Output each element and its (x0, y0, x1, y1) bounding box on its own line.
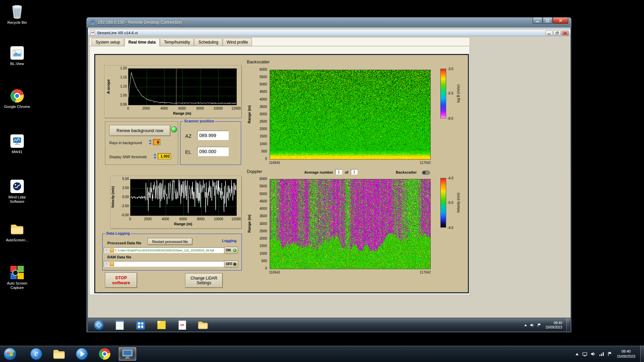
doppler-y-ticks: 6000550050004500400035003000250020001500… (252, 177, 267, 270)
desktop-icon-recycle-bin[interactable]: Recycle Bin (2, 4, 32, 25)
processed-path-field[interactable]: C C:\LidarA\Data\Proc\2023\202309\202309… (104, 247, 224, 253)
remote-explorer-icon[interactable] (195, 319, 211, 330)
data-logging-box: Data Logging Processed Data file Restart… (102, 234, 242, 270)
rdp-computer-icon (90, 20, 95, 25)
taskbar: e 08:40 15/09/2023 (0, 345, 644, 362)
remote-tray: 08:40 15/09/2023 (524, 318, 569, 331)
app-minimize-button[interactable] (545, 31, 553, 36)
tray-action-center-flag-icon[interactable] (607, 352, 612, 356)
scanner-position-box: Scanner position AZ 089.999 EL 090.000 (180, 121, 241, 165)
axis-tick-label: 4000 (157, 107, 171, 110)
hidden-icons-arrow[interactable] (575, 353, 579, 356)
average-number-label: Average number (304, 170, 333, 174)
axis-tick-label: 1500 (260, 244, 267, 248)
axis-tick-label: 2000 (141, 217, 155, 221)
backscatter-toggle-label: Backscatter (396, 170, 417, 174)
doppler-heatmap (270, 179, 431, 269)
change-lidar-settings-button[interactable]: Change LiDAR Settings (185, 273, 223, 288)
desktop-icon-mw41[interactable]: MW41 (2, 133, 32, 154)
desktop-icon-google-chrome[interactable]: Google Chrome (2, 88, 32, 109)
axis-tick-label: 2000 (260, 127, 267, 131)
tab-wind-profile[interactable]: Wind profile (223, 38, 252, 46)
processed-logging-toggle[interactable]: ON (224, 247, 238, 254)
el-value-field[interactable]: 090.000 (197, 147, 229, 156)
taskbar-clock-time: 08:40 (617, 349, 635, 354)
axis-tick-label: 3000 (260, 222, 267, 226)
tray-volume-icon[interactable] (591, 352, 596, 356)
remote-streamline-vi-icon[interactable]: XR (174, 319, 190, 330)
app-close-button[interactable] (561, 31, 569, 36)
show-desktop-button[interactable] (640, 346, 644, 362)
rdp-maximize-button[interactable] (543, 17, 552, 24)
taskbar-explorer-icon[interactable] (50, 347, 68, 361)
renew-background-button[interactable]: Renew background now (109, 125, 170, 136)
taskbar-chrome-icon[interactable] (96, 347, 113, 361)
taskbar-clock[interactable]: 08:40 15/09/2023 (617, 349, 635, 359)
axis-tick-label: 1.10 (120, 85, 127, 88)
remote-show-desktop-button[interactable] (566, 318, 569, 331)
velocity-x-ticks: 020004000600080001000012000 (123, 217, 243, 221)
backscatter-doppler-toggle[interactable] (422, 171, 430, 175)
snr-threshold-label: Display SNR threshold (109, 155, 147, 159)
rdp-titlebar[interactable]: 192.168.0.150 - Remote Desktop Connectio… (87, 17, 571, 27)
remote-sticky-notes-icon[interactable] (154, 319, 169, 330)
desktop-icon-wind-lidar[interactable]: Wind Lidar Software (2, 179, 32, 204)
taskbar-wmp-icon[interactable] (73, 347, 91, 361)
taskbar-rdp-icon[interactable] (119, 347, 136, 361)
on-label: ON (226, 248, 231, 252)
browse-folder-icon[interactable] (110, 248, 114, 252)
remote-app-grid-icon[interactable] (133, 319, 148, 330)
rays-in-background-label: Rays in background (109, 141, 142, 145)
rays-spinner[interactable] (149, 139, 152, 145)
tab-system-setup[interactable]: System setup (92, 38, 124, 46)
tray-display-icon[interactable] (582, 352, 588, 357)
rdp-close-button[interactable] (553, 17, 568, 24)
drive-badge: C (105, 248, 109, 252)
app-titlebar[interactable]: XR StreamLine XR v14-6.vi (88, 29, 571, 36)
taskbar-ie-icon[interactable]: e (28, 347, 45, 361)
browse-folder-icon[interactable] (110, 262, 114, 266)
axis-tick-label: 0.00 (122, 195, 129, 199)
stop-software-button[interactable]: STOP software (105, 273, 137, 288)
axis-tick-label: 6000 (175, 107, 189, 110)
axis-tick-label: 0 (265, 267, 267, 270)
rays-value-box[interactable]: 8 (153, 139, 160, 145)
rdp-minimize-button[interactable] (533, 17, 542, 24)
average-total-field[interactable]: 1 (351, 169, 358, 175)
axis-tick-label: -2.50 (121, 204, 129, 208)
raw-path-field[interactable]: C (104, 261, 224, 267)
app-restore-button[interactable] (553, 31, 561, 36)
desktop-icon-autoscreen[interactable]: AutoScreen... (2, 222, 32, 242)
tab-page: System setup Real time data Temp/humidit… (89, 37, 470, 295)
desktop-icon-auto-screen-capture[interactable]: Auto Screen Capture (2, 265, 32, 290)
remote-action-center-flag-icon[interactable] (537, 323, 541, 327)
az-value-field[interactable]: 089.999 (197, 131, 229, 140)
tab-temp-humidity[interactable]: Temp/humidity (160, 38, 194, 46)
restart-processed-file-button[interactable]: Restart processed file (148, 238, 193, 245)
mw41-icon (2, 133, 32, 149)
backscatter-title: Backscatter (247, 59, 270, 64)
tab-real-time-data[interactable]: Real time data (124, 38, 160, 46)
average-number-field[interactable]: 1 (335, 169, 342, 175)
remote-clock[interactable]: 08:40 15/09/2023 (545, 321, 562, 329)
axis-tick-label: 2500 (260, 120, 267, 123)
velocity-graph: Velocity (m/s) 5.002.500.00-2.50-5.00 02… (110, 176, 242, 229)
ascope-x-ticks: 020004000600080001000012000 (121, 107, 243, 110)
start-button[interactable] (3, 347, 17, 361)
axis-tick-label: 2500 (260, 230, 267, 233)
axis-tick-label: 10000 (212, 217, 225, 221)
desktop-icon-bl-view[interactable]: BL-View (2, 45, 32, 66)
remote-notepad-icon[interactable] (112, 319, 127, 330)
tab-scheduling[interactable]: Scheduling (194, 38, 222, 46)
velocity-x-axis-label: Range (m) (130, 222, 236, 226)
remote-ie-icon[interactable] (91, 319, 107, 330)
remote-hidden-icons-arrow[interactable] (524, 324, 527, 326)
backscatter-colorbar-label: log B (/m/sr) (456, 69, 461, 118)
remote-volume-icon[interactable] (530, 323, 535, 327)
desktop-icon-label: Auto Screen Capture (2, 281, 32, 290)
snr-value-box[interactable]: 1.002 (158, 153, 171, 159)
snr-spinner[interactable] (154, 153, 157, 159)
raw-logging-toggle[interactable]: OFF (224, 260, 238, 267)
tray-network-icon[interactable] (599, 352, 604, 356)
axis-tick-label: 1.05 (120, 94, 127, 97)
